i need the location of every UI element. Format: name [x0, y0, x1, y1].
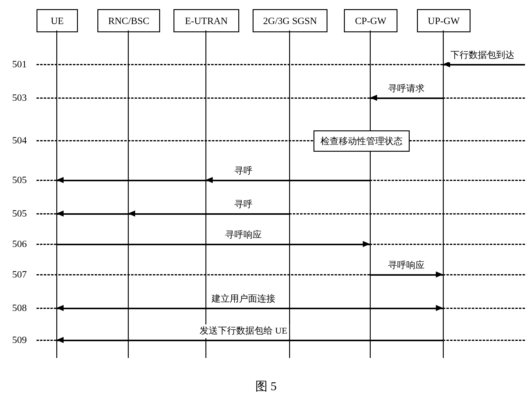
arrow-505b-left	[56, 213, 128, 215]
actor-rnc: RNC/BSC	[97, 9, 160, 32]
dashed-501	[37, 64, 443, 65]
label-505a: 寻呼	[233, 165, 254, 178]
label-508: 建立用户面连接	[210, 292, 277, 306]
sequence-diagram: UE RNC/BSC E-UTRAN 2G/3G SGSN CP-GW UP-G…	[0, 0, 532, 400]
label-506: 寻呼响应	[223, 228, 264, 242]
step-num-508: 508	[12, 302, 27, 313]
step-num-503: 503	[12, 92, 27, 103]
arrow-505b-right	[128, 213, 289, 215]
figure-caption: 图 5	[255, 378, 277, 395]
arrow-507-head	[436, 271, 443, 278]
dashed-505a-left	[37, 180, 56, 181]
dashed-508-left	[37, 308, 56, 309]
arrow-506	[56, 244, 370, 245]
arrow-505a-right	[205, 180, 370, 181]
arrow-507	[370, 274, 443, 276]
label-507: 寻呼响应	[386, 259, 426, 273]
arrow-503	[370, 97, 443, 99]
arrow-503-head	[370, 95, 377, 101]
arrow-505a-left-head	[56, 177, 64, 183]
arrow-509-head	[56, 337, 64, 343]
dashed-509-right	[443, 340, 525, 341]
arrow-505a-left	[56, 180, 205, 181]
arrow-506-head	[363, 241, 370, 247]
dashed-506-right	[370, 244, 525, 245]
step-num-501: 501	[12, 58, 27, 70]
dashed-509-left	[37, 340, 56, 341]
dashed-507-left	[37, 274, 370, 275]
label-501: 下行数据包到达	[449, 49, 516, 62]
arrow-509	[56, 340, 443, 341]
dashed-503-left	[37, 97, 370, 99]
arrow-508	[56, 308, 443, 309]
arrow-505b-left-head	[56, 211, 64, 217]
dashed-507-right	[443, 274, 525, 275]
dashed-504	[37, 140, 525, 141]
action-504: 检查移动性管理状态	[313, 130, 410, 152]
label-505b: 寻呼	[233, 198, 254, 212]
step-num-507: 507	[12, 269, 27, 280]
step-num-506: 506	[12, 238, 27, 250]
arrow-508-head-left	[56, 305, 64, 311]
actor-sgsn: 2G/3G SGSN	[253, 9, 327, 32]
step-num-509: 509	[12, 334, 27, 345]
arrow-505a-right-head	[205, 177, 213, 183]
actor-eutran: E-UTRAN	[173, 9, 239, 32]
step-num-504: 504	[12, 135, 27, 146]
actor-cpgw: CP-GW	[344, 9, 397, 32]
dashed-505b-right	[289, 213, 525, 214]
dashed-506-left	[37, 244, 56, 245]
dashed-505a-right	[370, 180, 525, 181]
step-num-505b: 505	[12, 208, 27, 219]
actor-upgw: UP-GW	[417, 9, 471, 32]
arrow-501	[443, 64, 525, 65]
arrow-505b-right-head	[128, 211, 135, 217]
dashed-508-right	[443, 308, 525, 309]
label-503: 寻呼请求	[386, 82, 426, 96]
step-num-505a: 505	[12, 174, 27, 186]
dashed-505b-left	[37, 213, 56, 214]
label-509: 发送下行数据包给 UE	[198, 324, 289, 338]
dashed-503-right	[443, 97, 525, 99]
actor-ue: UE	[37, 9, 78, 32]
arrow-508-head-right	[436, 305, 443, 311]
